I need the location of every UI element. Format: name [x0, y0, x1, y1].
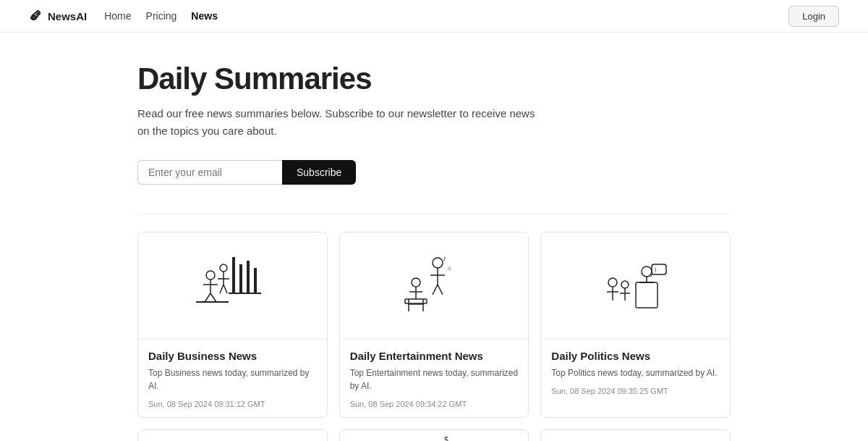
brand-logo[interactable]: 🗞 NewsAI: [29, 9, 87, 24]
card-body: Daily Entertainment News Top Entertainme…: [340, 340, 529, 417]
news-card[interactable]: $ Daily Tech News Top Tech news today, s…: [339, 429, 529, 441]
svg-line-9: [210, 293, 216, 302]
page-subtitle: Read our free news summaries below. Subs…: [137, 105, 542, 140]
card-image: [541, 430, 730, 441]
svg-line-8: [205, 293, 210, 302]
nav-pricing[interactable]: Pricing: [146, 10, 177, 22]
svg-rect-1: [239, 264, 242, 293]
svg-text:$: $: [444, 436, 448, 442]
card-desc: Top Business news today, summarized by A…: [148, 366, 317, 392]
brand-name: NewsAI: [48, 10, 87, 22]
login-button[interactable]: Login: [788, 6, 839, 27]
svg-rect-2: [247, 261, 250, 293]
subscribe-button[interactable]: Subscribe: [282, 160, 356, 185]
card-title: Daily Entertainment News: [350, 350, 519, 362]
svg-text:!: !: [655, 266, 657, 274]
svg-point-5: [206, 271, 215, 280]
news-card[interactable]: Daily Sports News Top Sports news today,…: [137, 429, 328, 441]
card-image: [138, 232, 327, 340]
svg-line-19: [433, 285, 438, 295]
subscribe-row: Subscribe: [137, 160, 731, 185]
card-desc: Top Politics news today, summarized by A…: [551, 366, 720, 379]
svg-rect-3: [254, 268, 257, 293]
card-image: $: [340, 430, 529, 441]
card-image: !: [541, 232, 730, 340]
svg-rect-30: [636, 282, 658, 308]
news-card[interactable]: Daily Business News Top Business news to…: [137, 232, 328, 418]
news-card[interactable]: ! Daily Politics News Top Politics news …: [540, 232, 731, 418]
svg-point-11: [220, 264, 227, 272]
page-title: Daily Summaries: [137, 62, 731, 96]
card-desc: Top Entertainment news today, summarized…: [350, 366, 519, 392]
card-title: Daily Politics News: [551, 350, 720, 362]
card-image: [138, 430, 327, 441]
brand-icon: 🗞: [29, 9, 42, 24]
nav-left: 🗞 NewsAI Home Pricing News: [29, 9, 218, 24]
card-body: Daily Business News Top Business news to…: [138, 340, 327, 417]
card-date: Sun, 08 Sep 2024 09:35:25 GMT: [551, 387, 720, 395]
svg-text:♪: ♪: [443, 254, 446, 262]
nav-news[interactable]: News: [191, 10, 218, 22]
svg-point-23: [412, 278, 420, 287]
main-content: Daily Summaries Read our free news summa…: [123, 33, 745, 441]
news-card[interactable]: Daily Science News Top Science news toda…: [540, 429, 731, 441]
svg-rect-34: [652, 264, 666, 274]
svg-rect-0: [232, 257, 235, 293]
card-date: Sun, 08 Sep 2024 09:34:22 GMT: [350, 400, 519, 408]
svg-text:♫: ♫: [447, 265, 451, 272]
card-date: Sun, 08 Sep 2024 09:31:12 GMT: [148, 400, 317, 408]
svg-point-32: [642, 266, 652, 277]
news-card[interactable]: ♪ ♫ Daily Entertainment News Top Enterta…: [339, 232, 529, 418]
svg-point-37: [608, 278, 617, 287]
nav-links: Home Pricing News: [104, 10, 218, 22]
card-title: Daily Business News: [148, 350, 317, 362]
svg-point-16: [433, 258, 443, 268]
navbar: 🗞 NewsAI Home Pricing News Login: [0, 0, 868, 33]
nav-home[interactable]: Home: [104, 10, 131, 22]
email-input[interactable]: [137, 160, 282, 185]
card-image: ♪ ♫: [340, 232, 529, 340]
svg-line-20: [438, 285, 443, 295]
svg-point-40: [621, 281, 629, 288]
svg-line-14: [220, 285, 224, 293]
card-body: Daily Politics News Top Politics news to…: [541, 340, 730, 404]
cards-grid: Daily Business News Top Business news to…: [137, 232, 731, 441]
divider: [137, 214, 731, 214]
svg-line-15: [224, 285, 227, 293]
